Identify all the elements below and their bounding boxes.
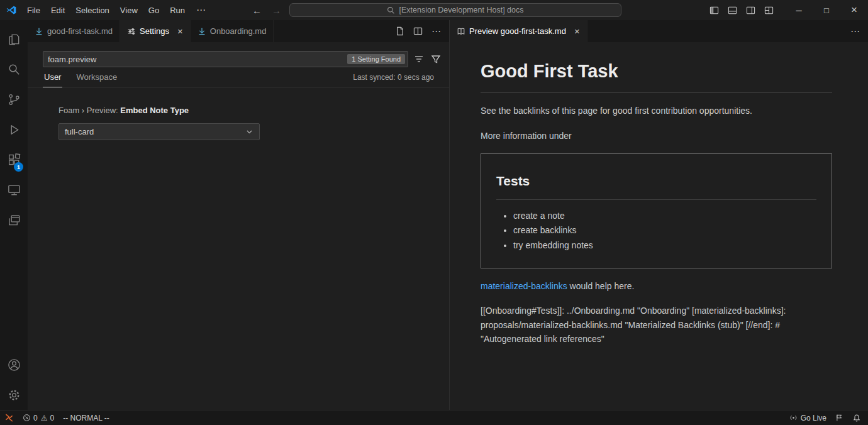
menu-run[interactable]: Run: [165, 3, 190, 18]
go-live-button[interactable]: Go Live: [785, 411, 831, 425]
menu-bar: File Edit Selection View Go Run ⋯: [0, 2, 212, 18]
settings-gear-icon[interactable]: [0, 380, 28, 410]
navigate-back-icon[interactable]: ←: [250, 5, 264, 16]
filter-funnel-icon[interactable]: [431, 54, 441, 64]
settings-sliders-icon: [127, 27, 136, 36]
vscode-logo-icon: [6, 4, 17, 16]
layout-controls: [709, 6, 774, 15]
warnings-count: ⚠ 0: [41, 414, 54, 422]
accounts-icon[interactable]: [0, 350, 28, 380]
tab-bar-left: good-first-task.md Settings × Onboarding…: [28, 20, 449, 42]
tab-preview-good-first-task[interactable]: Preview good-first-task.md ×: [450, 20, 587, 42]
flag-icon: [835, 414, 843, 422]
menu-view[interactable]: View: [115, 3, 143, 18]
close-tab-icon[interactable]: ×: [574, 26, 580, 36]
settings-search-row: 1 Setting Found: [28, 51, 449, 67]
menu-more-icon[interactable]: ⋯: [191, 2, 212, 18]
scope-tab-workspace[interactable]: Workspace: [75, 72, 118, 87]
extensions-icon[interactable]: 1: [0, 145, 28, 175]
close-tab-icon[interactable]: ×: [177, 26, 183, 36]
vscode-window: File Edit Selection View Go Run ⋯ ← → [E…: [0, 0, 868, 425]
vim-mode-indicator[interactable]: -- NORMAL --: [58, 411, 114, 425]
minimize-button[interactable]: ─: [785, 0, 813, 20]
feedback-button[interactable]: [831, 411, 848, 425]
vim-mode-label: -- NORMAL --: [63, 414, 109, 422]
last-synced-label: Last synced: 0 secs ago: [353, 73, 434, 87]
editor-group-right: Preview good-first-task.md × ⋯ Good Firs…: [450, 20, 868, 410]
remote-indicator[interactable]: [0, 411, 18, 425]
split-editor-icon[interactable]: [413, 26, 423, 36]
more-actions-icon[interactable]: ⋯: [850, 26, 860, 37]
maximize-button[interactable]: □: [813, 0, 840, 20]
menu-edit[interactable]: Edit: [46, 3, 70, 18]
warning-icon: ⚠: [41, 414, 48, 422]
more-actions-icon[interactable]: ⋯: [431, 26, 442, 37]
editor-actions-right: ⋯: [850, 20, 868, 42]
preview-paragraph: See the backlinks of this page for good …: [481, 104, 832, 118]
menu-selection[interactable]: Selection: [70, 3, 114, 18]
markdown-preview: Good First Task See the backlinks of thi…: [450, 42, 868, 410]
title-bar-controls: ─ □ ×: [709, 0, 868, 20]
customize-layout-icon[interactable]: [764, 6, 774, 15]
menu-go[interactable]: Go: [143, 3, 164, 18]
preview-paragraph: More information under: [481, 129, 832, 143]
tab-good-first-task[interactable]: good-first-task.md: [28, 20, 120, 42]
status-bar: 0 ⚠ 0 -- NORMAL -- Go Live: [0, 410, 868, 425]
tab-onboarding[interactable]: Onboarding.md: [191, 20, 274, 42]
editor-group-left: good-first-task.md Settings × Onboarding…: [28, 20, 450, 410]
activity-bar: 1: [0, 20, 28, 410]
status-bar-right: Go Live: [785, 411, 868, 425]
list-item: create a note: [513, 209, 816, 223]
remote-explorer-icon[interactable]: [0, 175, 28, 205]
panel-layers-icon[interactable]: [0, 205, 28, 235]
dropdown-value: full-card: [65, 127, 94, 136]
markdown-file-icon: [198, 27, 206, 36]
toggle-panel-icon[interactable]: [728, 6, 737, 15]
chevron-down-icon: [245, 128, 253, 136]
notifications-bell-icon: [852, 414, 861, 422]
title-bar: File Edit Selection View Go Run ⋯ ← → [E…: [0, 0, 868, 20]
tab-label: Settings: [140, 26, 169, 36]
filter-lines-icon[interactable]: [414, 54, 424, 64]
settings-result-count-badge: 1 Setting Found: [347, 54, 405, 64]
notifications-button[interactable]: [848, 411, 865, 425]
search-sidebar-icon[interactable]: [0, 54, 28, 84]
embedded-note-list: create a note create backlinks try embed…: [496, 209, 816, 252]
embed-note-type-dropdown[interactable]: full-card: [58, 123, 260, 140]
tab-bar-right: Preview good-first-task.md × ⋯: [450, 20, 868, 42]
markdown-preview-icon: [457, 27, 465, 36]
list-item: create backlinks: [513, 223, 816, 237]
link-suffix-text: would help here.: [567, 281, 635, 291]
materialized-backlinks-link[interactable]: materialized-backlinks: [481, 281, 567, 291]
command-center-search[interactable]: [Extension Development Host] docs: [289, 3, 621, 17]
toggle-sidebar-icon[interactable]: [709, 6, 719, 15]
settings-editor: 1 Setting Found User Workspace Last sync…: [28, 42, 449, 410]
markdown-file-icon: [35, 27, 43, 36]
run-debug-icon[interactable]: [0, 114, 28, 145]
settings-search-actions: [414, 54, 441, 64]
problems-indicator[interactable]: 0 ⚠ 0: [18, 411, 58, 425]
warnings-value: 0: [50, 414, 54, 422]
source-control-icon[interactable]: [0, 84, 28, 114]
preview-link-paragraph: materialized-backlinks would help here.: [481, 279, 832, 293]
link-references-paragraph: [[Onboarding#Tests]]: ../Onboarding.md "…: [481, 304, 832, 346]
embedded-note-card: Tests create a note create backlinks try…: [481, 153, 832, 268]
errors-count: 0: [23, 414, 38, 422]
tab-label: Onboarding.md: [210, 26, 267, 36]
explorer-icon[interactable]: [0, 24, 28, 54]
embedded-note-title: Tests: [496, 170, 816, 200]
open-settings-json-icon[interactable]: [395, 26, 404, 36]
close-window-button[interactable]: ×: [840, 0, 868, 20]
editor-actions-left: ⋯: [395, 20, 449, 42]
tab-settings[interactable]: Settings ×: [120, 20, 191, 42]
menu-file[interactable]: File: [22, 3, 45, 18]
extensions-badge: 1: [14, 162, 23, 172]
scope-tab-user[interactable]: User: [43, 72, 62, 87]
tab-label: Preview good-first-task.md: [469, 26, 566, 36]
remote-icon: [4, 413, 14, 422]
toggle-secondary-sidebar-icon[interactable]: [746, 6, 755, 15]
setting-title: Foam › Preview: Embed Note Type: [58, 106, 434, 115]
navigate-forward-icon[interactable]: →: [270, 5, 283, 16]
command-center-label: [Extension Development Host] docs: [399, 6, 523, 14]
setting-category: Foam › Preview:: [58, 106, 120, 115]
